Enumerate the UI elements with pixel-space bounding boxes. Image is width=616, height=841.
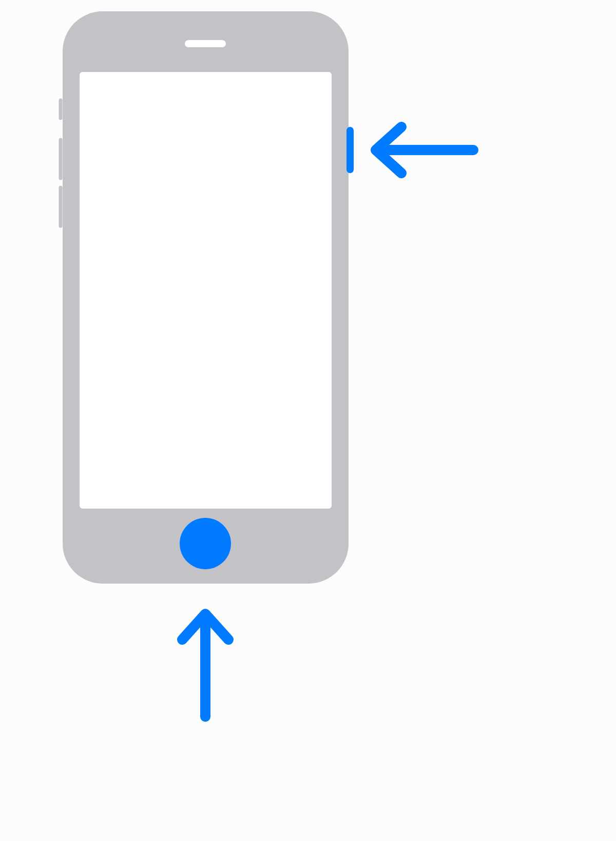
mute-switch	[58, 98, 63, 121]
volume-up-button	[58, 137, 63, 181]
volume-down-button	[58, 185, 63, 229]
side-button	[346, 127, 354, 173]
earpiece-speaker	[185, 40, 226, 47]
home-button	[180, 518, 231, 569]
arrow-to-side-button	[376, 127, 473, 173]
arrow-to-home-button	[182, 614, 228, 717]
phone-screen	[80, 72, 332, 509]
diagram-stage	[0, 0, 616, 841]
